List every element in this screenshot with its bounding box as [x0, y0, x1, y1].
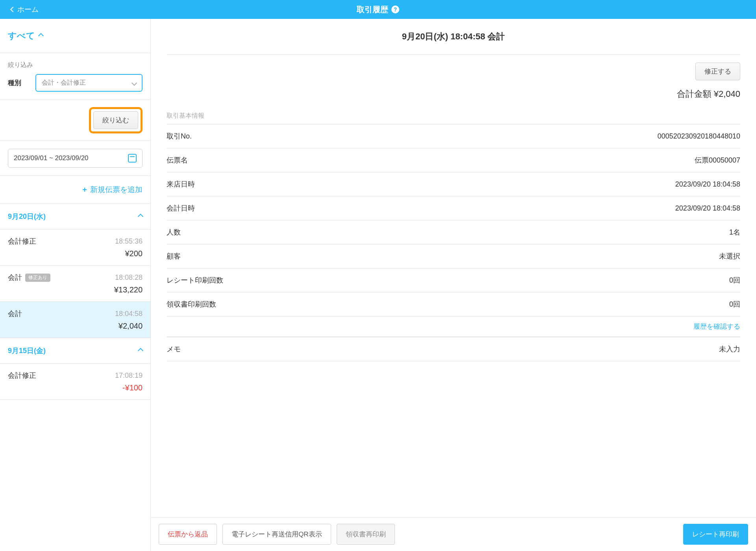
transaction-item[interactable]: 会計18:04:58¥2,040	[0, 302, 150, 338]
transaction-title: 会計	[8, 309, 22, 318]
calendar-icon	[128, 154, 137, 163]
info-row: 顧客未選択	[167, 244, 740, 268]
info-row: 人数1名	[167, 220, 740, 244]
filter-all-label: すべて	[8, 30, 35, 42]
plus-icon: +	[82, 185, 87, 194]
transaction-time: 18:55:36	[115, 237, 143, 246]
action-footer: 伝票から返品 電子レシート再送信用QR表示 領収書再印刷 レシート再印刷	[151, 517, 756, 551]
info-label: レシート印刷回数	[167, 276, 223, 285]
add-slip-label: 新規伝票を追加	[90, 185, 143, 195]
memo-value: 未入力	[719, 344, 740, 354]
info-value: 未選択	[719, 251, 740, 261]
info-label: 伝票名	[167, 155, 188, 165]
page-title: 取引履歴 ?	[357, 4, 399, 15]
info-row: 会計日時2023/09/20 18:04:58	[167, 196, 740, 220]
qr-resend-button[interactable]: 電子レシート再送信用QR表示	[222, 524, 331, 545]
date-range-section: 2023/09/01 ~ 2023/09/20	[0, 141, 150, 176]
date-group-header[interactable]: 9月15日(金)	[0, 338, 150, 364]
type-select-value: 会計・会計修正	[42, 79, 86, 87]
transaction-item[interactable]: 会計修正18:55:36¥200	[0, 229, 150, 266]
app-header: ホーム 取引履歴 ?	[0, 0, 756, 19]
info-label: 取引No.	[167, 131, 192, 141]
transaction-amount: ¥13,220	[8, 285, 143, 294]
info-label: 会計日時	[167, 203, 195, 213]
date-range-input[interactable]: 2023/09/01 ~ 2023/09/20	[8, 149, 143, 168]
back-label: ホーム	[17, 5, 39, 14]
transaction-amount: ¥2,040	[8, 322, 143, 331]
memo-label: メモ	[167, 344, 181, 354]
receipt-reprint-button[interactable]: 領収書再印刷	[337, 524, 395, 545]
info-row-memo: メモ 未入力	[167, 337, 740, 361]
total-value: ¥2,040	[714, 89, 740, 99]
type-label: 種別	[8, 78, 28, 87]
filter-section: 絞り込み 種別 会計・会計修正	[0, 53, 150, 100]
chevron-up-icon	[138, 348, 143, 353]
add-slip-button[interactable]: + 新規伝票を追加	[0, 176, 150, 204]
reprint-button[interactable]: レシート再印刷	[683, 524, 748, 545]
transaction-title: 会計修正	[8, 237, 36, 246]
info-label: 来店日時	[167, 179, 195, 189]
chevron-up-icon	[38, 33, 44, 39]
info-value: 000520230920180448010	[658, 132, 740, 141]
info-value: 0回	[729, 276, 740, 285]
total-label: 合計金額	[677, 89, 712, 99]
edit-button[interactable]: 修正する	[695, 63, 740, 80]
transaction-amount: ¥200	[8, 249, 143, 258]
info-value: 伝票00050007	[695, 155, 740, 165]
info-label: 領収書印刷回数	[167, 300, 216, 309]
info-row: レシート印刷回数0回	[167, 268, 740, 292]
info-row: 取引No.000520230920180448010	[167, 124, 740, 148]
transaction-time: 18:08:28	[115, 274, 143, 282]
info-value: 0回	[729, 300, 740, 309]
info-label: 人数	[167, 227, 181, 237]
main-panel: 9月20日(水) 18:04:58 会計 修正する 合計金額 ¥2,040 取引…	[151, 19, 756, 551]
chevron-down-icon	[132, 80, 137, 85]
filter-button-highlight: 絞り込む	[89, 107, 143, 133]
basic-info-heading: 取引基本情報	[167, 112, 740, 120]
date-range-value: 2023/09/01 ~ 2023/09/20	[14, 154, 89, 162]
transaction-title: 会計修正あり	[8, 273, 50, 282]
filter-all-toggle[interactable]: すべて	[0, 19, 150, 53]
info-row: 伝票名伝票00050007	[167, 148, 740, 172]
return-from-slip-button[interactable]: 伝票から返品	[159, 524, 217, 545]
transaction-time: 18:04:58	[115, 310, 143, 318]
chevron-left-icon	[10, 7, 16, 12]
info-row: 領収書印刷回数0回	[167, 292, 740, 316]
filter-heading: 絞り込み	[8, 61, 143, 69]
transaction-item[interactable]: 会計修正17:08:19-¥100	[0, 364, 150, 400]
info-value: 2023/09/20 18:04:58	[675, 180, 740, 189]
date-group-label: 9月15日(金)	[8, 346, 46, 355]
page-title-text: 取引履歴	[357, 4, 388, 15]
info-value: 2023/09/20 18:04:58	[675, 204, 740, 213]
transaction-time: 17:08:19	[115, 372, 143, 380]
history-link[interactable]: 履歴を確認する	[167, 316, 740, 337]
transaction-title: 会計修正	[8, 371, 36, 380]
detail-title: 9月20日(水) 18:04:58 会計	[167, 31, 740, 43]
date-group-label: 9月20日(水)	[8, 212, 46, 221]
info-label: 顧客	[167, 251, 181, 261]
help-icon[interactable]: ?	[391, 6, 399, 13]
info-value: 1名	[729, 227, 740, 237]
sidebar: すべて 絞り込み 種別 会計・会計修正 絞り込む 2023/09/01 ~ 20…	[0, 19, 151, 551]
back-button[interactable]: ホーム	[0, 5, 39, 14]
date-group-header[interactable]: 9月20日(水)	[0, 204, 150, 229]
filter-apply-button[interactable]: 絞り込む	[93, 111, 138, 129]
modified-badge: 修正あり	[25, 274, 50, 282]
info-row: 来店日時2023/09/20 18:04:58	[167, 172, 740, 196]
type-select[interactable]: 会計・会計修正	[35, 74, 143, 92]
total-amount: 合計金額 ¥2,040	[167, 88, 740, 100]
transaction-amount: -¥100	[8, 383, 143, 392]
divider	[167, 54, 740, 55]
filter-button-row: 絞り込む	[0, 100, 150, 141]
chevron-up-icon	[138, 214, 143, 219]
transaction-item[interactable]: 会計修正あり18:08:28¥13,220	[0, 266, 150, 302]
